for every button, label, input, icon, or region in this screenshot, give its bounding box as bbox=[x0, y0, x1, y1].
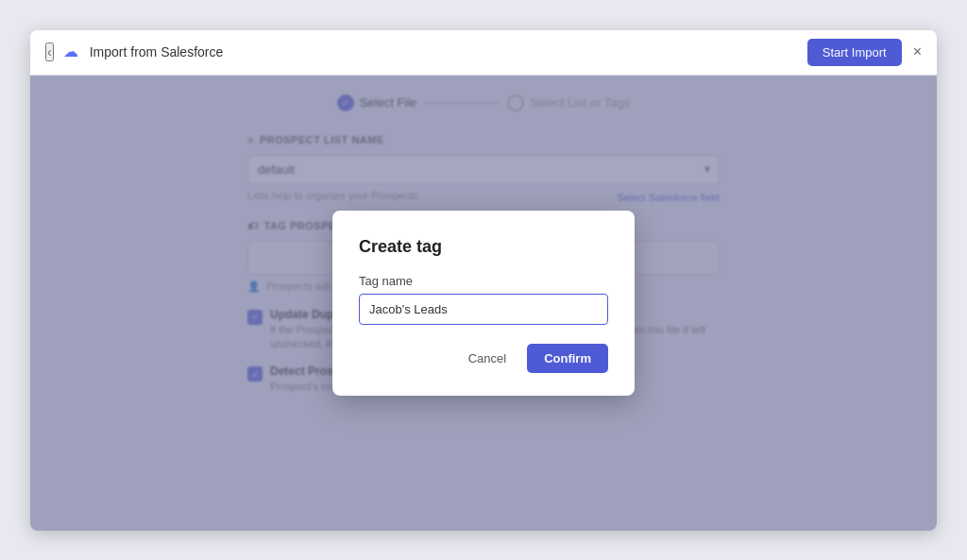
confirm-button[interactable]: Confirm bbox=[527, 344, 608, 373]
modal-buttons: Cancel Confirm bbox=[359, 344, 608, 373]
modal-overlay: Create tag Tag name Cancel Confirm bbox=[30, 76, 937, 531]
back-button[interactable]: ‹ bbox=[45, 42, 54, 61]
tag-name-input[interactable] bbox=[359, 294, 608, 325]
window-header: ‹ ☁ Import from Salesforce Start Import … bbox=[30, 30, 937, 76]
start-import-button[interactable]: Start Import bbox=[807, 39, 902, 66]
modal-title: Create tag bbox=[359, 237, 608, 257]
create-tag-modal: Create tag Tag name Cancel Confirm bbox=[332, 211, 635, 396]
close-button[interactable]: × bbox=[913, 43, 922, 60]
cloud-icon: ☁ bbox=[63, 42, 82, 61]
tag-name-label: Tag name bbox=[359, 274, 608, 288]
cancel-button[interactable]: Cancel bbox=[457, 344, 517, 373]
window-title: Import from Salesforce bbox=[90, 44, 807, 59]
